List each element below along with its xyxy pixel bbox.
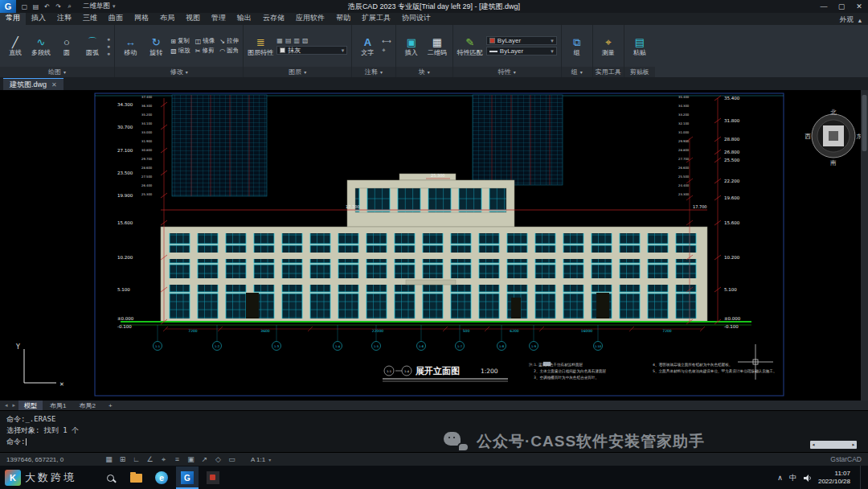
minimize-button[interactable]: — <box>815 2 833 10</box>
compass-south-label[interactable]: 南 <box>829 159 837 166</box>
ortho-toggle-icon[interactable]: ∟ <box>130 455 142 463</box>
restore-button[interactable]: ▢ <box>833 2 850 10</box>
trim-tool[interactable]: ✂修剪 <box>195 47 215 55</box>
tab-surface[interactable]: 曲面 <box>103 12 129 25</box>
tab-view[interactable]: 视图 <box>180 12 206 25</box>
compass-west-label[interactable]: 西 <box>805 133 811 140</box>
tab-annotate[interactable]: 注释 <box>51 12 77 25</box>
layer-state-icon-4[interactable]: ▧ <box>302 37 309 44</box>
undo-icon[interactable]: ↶ <box>42 3 52 10</box>
volume-icon[interactable] <box>803 474 812 483</box>
language-indicator[interactable]: 中 <box>789 473 796 483</box>
search-button[interactable] <box>99 466 121 489</box>
app-button[interactable] <box>202 466 224 489</box>
command-prompt-line[interactable]: 命令: <box>6 436 862 447</box>
tab-manage[interactable]: 管理 <box>206 12 231 25</box>
show-desktop-button[interactable] <box>860 466 863 489</box>
tab-output[interactable]: 输出 <box>231 12 257 25</box>
command-scrollbar[interactable]: ◂ ▸ <box>810 441 857 449</box>
layer-state-icon-3[interactable]: ▥ <box>293 37 300 44</box>
app-logo-icon[interactable]: G <box>0 0 16 13</box>
panel-caption-block[interactable]: 块▾ <box>396 67 452 77</box>
layout1-tab[interactable]: 布局1 <box>44 401 72 410</box>
compass-north-label[interactable]: 北 <box>830 109 837 116</box>
annotation-scale-control[interactable]: A 1:1 <box>251 456 265 463</box>
find-icon[interactable]: ⌕ <box>64 2 75 10</box>
tab-scroll-right-icon[interactable]: ▸ <box>11 402 18 409</box>
workspace-selector[interactable]: 二维草图 ▾ <box>80 2 119 11</box>
tab-scroll-left-icon[interactable]: ◂ <box>3 402 10 409</box>
grid-toggle-icon[interactable]: ▦ <box>103 455 115 463</box>
layer-state-icon-1[interactable]: ▦ <box>276 37 283 44</box>
polar-toggle-icon[interactable]: ∠ <box>144 455 156 463</box>
current-layer-select[interactable]: 抹灰 ▾ <box>276 46 347 55</box>
transparency-toggle-icon[interactable]: ◇ <box>212 455 224 463</box>
tab-cloud[interactable]: 云存储 <box>257 12 290 25</box>
tab-insert[interactable]: 插入 <box>26 12 51 25</box>
drawing-area[interactable]: 34.300 30.700 27.100 23.500 19.900 15.60… <box>0 90 868 401</box>
insert-block-tool[interactable]: ▣插入 <box>400 36 423 56</box>
tab-express[interactable]: 扩展工具 <box>356 12 396 25</box>
fillet-tool[interactable]: ◠圆角 <box>219 47 239 55</box>
scroll-right-icon[interactable]: ▸ <box>852 439 855 450</box>
panel-caption-annotate[interactable]: 注释▾ <box>352 67 395 77</box>
add-layout-button[interactable]: + <box>103 401 118 410</box>
layer-state-icon-2[interactable]: ▤ <box>285 37 292 44</box>
new-file-icon[interactable]: ▢ <box>19 3 30 10</box>
model-tab[interactable]: 模型 <box>18 401 43 410</box>
group-tool[interactable]: ⧉组 <box>566 36 588 56</box>
lineweight-toggle-icon[interactable]: ↗ <box>199 455 211 463</box>
scroll-left-icon[interactable]: ◂ <box>812 439 815 450</box>
panel-caption-utilities[interactable]: 实用工具 <box>593 67 624 77</box>
selection-cycling-icon[interactable]: ▭ <box>226 455 238 463</box>
osnap-toggle-icon[interactable]: ⌖ <box>158 455 170 464</box>
command-line[interactable]: 命令:_.ERASE 选择对象: 找到 1 个 命令: ◂ ▸ <box>0 410 868 452</box>
panel-caption-layer[interactable]: 图层▾ <box>244 67 351 77</box>
circle-tool[interactable]: ○圆 <box>55 36 78 56</box>
copy-tool[interactable]: ⊞复制 <box>170 37 190 45</box>
tab-mesh[interactable]: 网格 <box>129 12 154 25</box>
close-button[interactable]: ✕ <box>850 2 868 10</box>
mirror-tool[interactable]: ◫镜像 <box>195 37 215 45</box>
tab-collab[interactable]: 协同设计 <box>396 12 436 25</box>
panel-caption-clipboard[interactable]: 剪贴板 <box>624 67 655 77</box>
open-file-icon[interactable]: ▤ <box>31 3 41 10</box>
panel-caption-modify[interactable]: 修改▾ <box>115 67 243 77</box>
tab-apps[interactable]: 应用软件 <box>290 12 330 25</box>
tray-expand-icon[interactable]: ∧ <box>777 474 783 482</box>
document-tab[interactable]: 建筑图.dwg ✕ <box>3 78 63 90</box>
drawing-canvas[interactable]: 34.300 30.700 27.100 23.500 19.900 15.60… <box>0 90 868 401</box>
lineweight-select[interactable]: ByLayer ▾ <box>486 47 557 55</box>
layout2-tab[interactable]: 布局2 <box>73 401 100 410</box>
scale-tool[interactable]: ▧缩放 <box>170 47 190 55</box>
tab-home[interactable]: 常用 <box>0 12 26 25</box>
leader-icon[interactable]: ⌖ <box>382 47 386 55</box>
layer-properties-tool[interactable]: ≣图层特性 <box>248 36 273 56</box>
tab-3d[interactable]: 三维 <box>77 12 103 25</box>
qrcode-tool[interactable]: ▦二维码 <box>426 36 448 56</box>
ribbon-collapse-icon[interactable]: ▴ <box>858 16 862 24</box>
dimension-icon[interactable]: ⟷ <box>382 38 391 45</box>
panel-caption-group[interactable]: 组▾ <box>562 67 592 77</box>
match-properties-tool[interactable]: ✎特性匹配 <box>457 36 483 56</box>
color-select[interactable]: ByLayer ▾ <box>486 36 557 45</box>
panel-caption-properties[interactable]: 特性▾ <box>453 67 561 77</box>
close-doc-icon[interactable]: ✕ <box>51 81 57 88</box>
redo-icon[interactable]: ↷ <box>53 3 63 10</box>
rotate-tool[interactable]: ↻旋转 <box>145 36 167 56</box>
scrollbar-thumb[interactable] <box>862 95 867 151</box>
dyninput-toggle-icon[interactable]: ▣ <box>185 455 197 463</box>
text-tool[interactable]: A文字 <box>356 36 379 56</box>
edge-button[interactable]: e <box>150 466 173 489</box>
measure-tool[interactable]: ⌖测量 <box>597 36 620 56</box>
vertical-scrollbar[interactable] <box>861 90 868 401</box>
otrack-toggle-icon[interactable]: ≡ <box>171 455 183 463</box>
paste-tool[interactable]: ▤粘贴 <box>628 36 651 56</box>
line-tool[interactable]: ╱直线 <box>4 36 27 56</box>
arc-tool[interactable]: ⌒圆弧 <box>81 36 104 56</box>
snap-toggle-icon[interactable]: ⊞ <box>117 455 129 463</box>
appearance-button[interactable]: 外观 <box>840 15 854 25</box>
move-tool[interactable]: ↔移动 <box>119 36 141 56</box>
panel-caption-draw[interactable]: 绘图▾ <box>0 67 114 77</box>
tab-layout[interactable]: 布局 <box>154 12 180 25</box>
